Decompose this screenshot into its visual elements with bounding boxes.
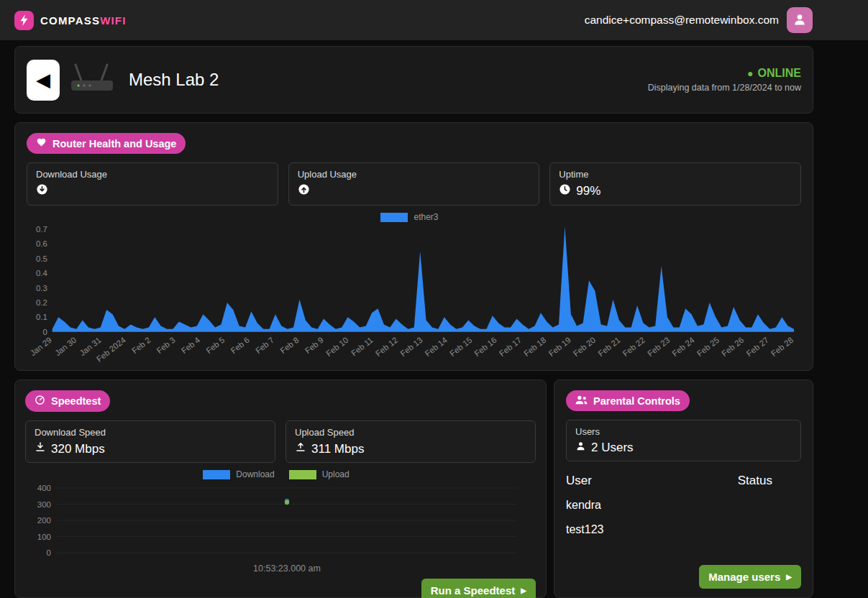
svg-text:Feb 2: Feb 2 <box>130 336 152 355</box>
svg-text:Feb 3: Feb 3 <box>155 336 176 355</box>
bottom-row: Speedtest Download Speed 320 Mbps Upload… <box>14 380 813 598</box>
svg-text:Feb 16: Feb 16 <box>472 336 498 358</box>
svg-text:Feb 15: Feb 15 <box>448 336 473 358</box>
brand-text: COMPASSWIFI <box>40 14 127 27</box>
speedtest-badge: Speedtest <box>25 390 110 412</box>
brand-wifi: WIFI <box>100 14 126 27</box>
svg-text:0.1: 0.1 <box>36 313 47 321</box>
run-speedtest-label: Run a Speedtest <box>431 584 516 597</box>
account-avatar-button[interactable] <box>787 7 813 33</box>
download-speed-label: Download Speed <box>35 427 266 438</box>
upload-usage-label: Upload Usage <box>298 169 531 180</box>
heart-icon <box>36 137 47 150</box>
svg-text:Feb 20: Feb 20 <box>572 336 597 358</box>
svg-text:Feb 26: Feb 26 <box>720 336 745 358</box>
svg-text:Jan 29: Jan 29 <box>29 336 53 358</box>
svg-text:300: 300 <box>37 500 51 509</box>
brand-compass: COMPASS <box>40 14 100 27</box>
data-range-subtitle: Displaying data from 1/28/2024 to now <box>648 83 801 93</box>
speedtest-legend: Download Upload <box>25 469 536 479</box>
users-table-header-status: Status <box>738 469 801 493</box>
users-value: 2 Users <box>591 441 634 455</box>
speed-chart: 010020030040010:53:23.000 am <box>25 482 536 579</box>
play-icon: ▶ <box>786 573 792 581</box>
svg-text:Feb 5: Feb 5 <box>204 336 226 355</box>
table-row[interactable]: test123 <box>566 518 801 542</box>
brand[interactable]: COMPASSWIFI <box>14 11 127 30</box>
svg-text:Feb 9: Feb 9 <box>303 336 325 355</box>
users-label: Users <box>575 426 792 437</box>
speedtest-stats-row: Download Speed 320 Mbps Upload Speed <box>25 420 536 463</box>
svg-text:Feb 11: Feb 11 <box>350 336 375 358</box>
main-content: ◀ Mesh Lab 2 ●ONLINE Displaying data fro… <box>0 40 813 598</box>
table-row[interactable]: kendra <box>566 493 801 518</box>
manage-users-label: Manage users <box>708 571 780 583</box>
download-usage-label: Download Usage <box>36 169 269 180</box>
user-cell: test123 <box>566 518 738 542</box>
status-cell <box>738 518 801 542</box>
svg-text:Feb 7: Feb 7 <box>254 336 275 355</box>
user-cell: kendra <box>566 493 738 518</box>
download-usage-stat: Download Usage <box>27 162 278 206</box>
upload-icon <box>295 441 306 456</box>
svg-text:0.3: 0.3 <box>36 284 47 293</box>
svg-text:Feb 6: Feb 6 <box>229 336 251 355</box>
upload-legend-label: Upload <box>322 469 350 479</box>
manage-users-button[interactable]: Manage users ▶ <box>699 565 801 589</box>
upload-speed-label: Upload Speed <box>295 427 526 438</box>
svg-text:Feb 10: Feb 10 <box>324 336 350 358</box>
svg-text:Feb 28: Feb 28 <box>769 336 795 358</box>
speedtest-card: Speedtest Download Speed 320 Mbps Upload… <box>14 380 547 598</box>
users-table: User Status kendra test123 <box>566 469 801 542</box>
svg-text:Feb 18: Feb 18 <box>522 336 547 358</box>
users-stat: Users 2 Users <box>566 420 801 461</box>
back-button[interactable]: ◀ <box>27 60 60 101</box>
uptime-label: Uptime <box>559 169 792 180</box>
speedtest-badge-label: Speedtest <box>51 395 101 407</box>
download-speed-value: 320 Mbps <box>51 442 105 456</box>
parental-controls-badge: Parental Controls <box>566 390 690 411</box>
users-table-header-user: User <box>566 469 738 493</box>
account-email: candice+compass@remotewinbox.com <box>585 14 779 27</box>
user-icon <box>792 12 807 29</box>
upload-speed-value: 311 Mbps <box>311 442 364 456</box>
parental-controls-card: Parental Controls Users 2 Users <box>554 380 813 598</box>
health-stats-row: Download Usage Upload Usage <box>27 162 801 206</box>
download-legend-label: Download <box>236 469 274 479</box>
svg-text:200: 200 <box>37 516 51 525</box>
svg-text:0.5: 0.5 <box>36 254 47 263</box>
person-icon <box>575 441 586 455</box>
uptime-value: 99% <box>576 184 600 198</box>
back-arrow-icon: ◀ <box>36 69 50 91</box>
svg-text:100: 100 <box>37 533 51 541</box>
svg-text:Feb 14: Feb 14 <box>424 336 449 358</box>
ether3-legend-label: ether3 <box>414 212 438 222</box>
health-usage-card: Router Health and Usage Download Usage U… <box>14 122 813 371</box>
router-title: Mesh Lab 2 <box>129 70 219 90</box>
svg-text:Feb 17: Feb 17 <box>498 336 523 358</box>
svg-text:0.7: 0.7 <box>36 225 47 234</box>
usage-chart: 00.10.20.30.40.50.60.7Jan 29Jan 30Jan 31… <box>27 225 801 374</box>
svg-text:Feb 25: Feb 25 <box>695 336 721 358</box>
online-status-label: ONLINE <box>758 67 801 80</box>
download-speed-stat: Download Speed 320 Mbps <box>25 420 275 463</box>
users-stats-row: Users 2 Users <box>566 420 801 461</box>
svg-text:Feb 8: Feb 8 <box>278 336 300 355</box>
online-status-dot-icon: ● <box>747 68 753 79</box>
download-icon <box>35 441 46 456</box>
svg-text:Feb 27: Feb 27 <box>745 336 770 358</box>
uptime-stat: Uptime 99% <box>549 162 801 206</box>
svg-text:Feb 24: Feb 24 <box>670 336 695 358</box>
run-speedtest-button[interactable]: Run a Speedtest ▶ <box>421 579 536 598</box>
account-area: candice+compass@remotewinbox.com <box>585 7 813 33</box>
svg-text:10:53:23.000 am: 10:53:23.000 am <box>253 564 321 574</box>
svg-text:Feb 21: Feb 21 <box>596 336 621 358</box>
svg-text:Feb 23: Feb 23 <box>646 336 671 358</box>
svg-text:Feb 4: Feb 4 <box>180 336 201 355</box>
router-image <box>70 62 114 98</box>
router-header-card: ◀ Mesh Lab 2 ●ONLINE Displaying data fro… <box>14 46 813 114</box>
router-status-block: ●ONLINE Displaying data from 1/28/2024 t… <box>648 67 801 93</box>
svg-text:Feb 22: Feb 22 <box>621 336 647 358</box>
users-group-icon <box>575 395 588 407</box>
upload-legend-swatch <box>289 470 316 479</box>
